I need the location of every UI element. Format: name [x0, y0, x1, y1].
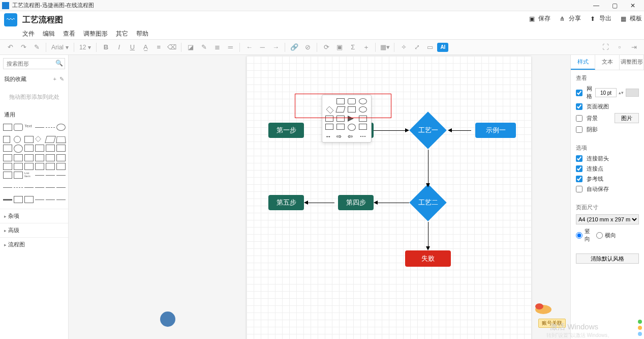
shape-arrow-r[interactable] — [35, 154, 44, 161]
shape-conn1[interactable] — [35, 200, 44, 207]
node-example1[interactable]: 示例一 — [475, 123, 516, 138]
search-icon[interactable]: 🔍 — [55, 60, 63, 67]
save-button[interactable]: ▣保存 — [529, 14, 550, 23]
link-button[interactable]: 🔗 — [288, 41, 300, 53]
grid-size-input[interactable] — [595, 88, 617, 97]
shape-ellipse[interactable] — [56, 124, 66, 131]
conn-arrow-checkbox[interactable] — [576, 155, 582, 162]
conn-point-checkbox[interactable] — [576, 165, 582, 172]
bg-image-button[interactable]: 图片 — [615, 113, 639, 123]
formula-button[interactable]: Σ — [347, 41, 359, 53]
shape-arc[interactable] — [56, 163, 66, 170]
linewidth-button[interactable]: ═ — [224, 41, 236, 53]
tab-text[interactable]: 文本 — [595, 55, 620, 70]
autosave-checkbox[interactable] — [576, 186, 582, 192]
shape-arrow1[interactable] — [35, 175, 44, 182]
shape-arrow3[interactable] — [56, 175, 66, 182]
shape-rect[interactable] — [3, 124, 12, 131]
grid-checkbox[interactable] — [576, 90, 582, 96]
image-button[interactable]: ▣ — [333, 41, 346, 53]
popup-shape-tri[interactable] — [348, 116, 354, 122]
assistant-avatar-icon[interactable] — [160, 312, 175, 327]
shape-arrow2[interactable] — [46, 175, 55, 182]
shape-brack[interactable] — [24, 196, 34, 203]
close-button[interactable]: ✕ — [624, 0, 642, 11]
redo-button[interactable]: ↷ — [17, 41, 29, 53]
fullscreen-button[interactable]: ⛶ — [599, 41, 611, 53]
popup-shape-wave[interactable] — [325, 124, 333, 130]
menu-edit[interactable]: 编辑 — [43, 30, 55, 38]
fontsize-select[interactable]: 12 ▾ — [77, 42, 93, 53]
magic-button[interactable]: ✧ — [397, 41, 410, 53]
fontcolor-button[interactable]: A̲ — [139, 41, 151, 53]
menu-other[interactable]: 其它 — [116, 30, 128, 38]
popup-shape-diamond[interactable] — [326, 106, 334, 114]
grid-color-swatch[interactable] — [626, 89, 639, 97]
template-button[interactable]: ▦模板 — [621, 14, 642, 23]
clear-format-button[interactable]: ⌫ — [166, 41, 178, 53]
promo-icon[interactable] — [532, 299, 553, 315]
node-fail[interactable]: 失败 — [405, 250, 451, 267]
ai-button[interactable]: AI — [437, 43, 448, 52]
shape-frame[interactable] — [3, 154, 12, 161]
node-proc2[interactable]: 工艺二 — [409, 184, 447, 221]
format-paint-button[interactable]: ✎ — [30, 41, 43, 53]
italic-button[interactable]: I — [113, 41, 125, 53]
shape-folder[interactable] — [14, 163, 23, 170]
share-button[interactable]: ⋔分享 — [560, 14, 581, 23]
font-select[interactable]: Arial ▾ — [49, 42, 71, 53]
shape-round-rect[interactable] — [14, 124, 23, 131]
shape-list[interactable] — [14, 172, 23, 179]
shape-circle[interactable] — [14, 136, 21, 143]
node-step5[interactable]: 第五步 — [268, 195, 304, 210]
cat-misc[interactable]: 杂项 — [0, 209, 68, 223]
shape-brace[interactable] — [14, 196, 23, 203]
shape-hex[interactable] — [3, 145, 12, 152]
edit-fav-icon[interactable]: ✎ — [59, 76, 64, 82]
shape-diamond[interactable] — [35, 136, 41, 142]
connector-button[interactable]: ─ — [256, 41, 268, 53]
popup-shape-trap[interactable] — [348, 106, 356, 112]
tab-adjust[interactable]: 调整图形 — [620, 55, 644, 70]
fit-button[interactable]: ⤢ — [411, 41, 423, 53]
pagesize-select[interactable]: A4 (210 mm x 297 mm) — [576, 214, 639, 224]
shape-thick[interactable] — [3, 199, 12, 206]
collapse-right-button[interactable]: ▫ — [614, 41, 626, 53]
add-fav-icon[interactable]: + — [53, 76, 56, 82]
pageview-checkbox[interactable] — [576, 103, 582, 110]
favorites-header[interactable]: 我的收藏 +✎ — [0, 72, 68, 86]
portrait-radio[interactable] — [576, 232, 582, 239]
popup-shape-none[interactable] — [325, 98, 333, 104]
general-header[interactable]: 通用 — [0, 108, 68, 122]
shape-tag[interactable] — [46, 145, 55, 152]
layers-button[interactable]: ▭ — [424, 41, 436, 53]
popup-shape-step[interactable] — [336, 124, 345, 130]
node-step1[interactable]: 第一步 — [268, 123, 304, 138]
shadow-checkbox[interactable] — [576, 126, 582, 133]
popup-arrow-lr[interactable]: ↔ — [325, 133, 333, 139]
shape-conn2[interactable] — [46, 200, 55, 207]
guide-checkbox[interactable] — [576, 176, 582, 182]
minimize-button[interactable]: — — [587, 0, 605, 11]
table-button[interactable]: ▦▾ — [379, 41, 391, 53]
popup-shape-cyl[interactable] — [348, 124, 356, 131]
shape-sq[interactable] — [3, 136, 10, 143]
unlink-button[interactable]: ⊘ — [301, 41, 314, 53]
shape-flag[interactable] — [56, 145, 66, 152]
shape-cyl[interactable] — [14, 145, 23, 153]
cat-flowchart[interactable]: 流程图 — [0, 237, 68, 251]
canvas[interactable]: 第一步 工艺一 示例一 第五步 第四步 工艺二 失败 — [69, 55, 570, 339]
tab-style[interactable]: 样式 — [571, 55, 595, 70]
popup-shape-rect[interactable] — [336, 98, 345, 104]
popup-arrow-r[interactable]: ⇨ — [336, 133, 345, 139]
popup-shape-ell[interactable] — [359, 98, 367, 104]
fillcolor-button[interactable]: ◪ — [185, 41, 197, 53]
shape-callout[interactable] — [46, 154, 55, 161]
arrow-end-button[interactable]: → — [269, 41, 282, 53]
bold-button[interactable]: B — [100, 41, 112, 53]
shape-person[interactable] — [24, 163, 34, 170]
shape-solid[interactable] — [3, 187, 12, 194]
expand-button[interactable]: ⇥ — [628, 41, 640, 53]
shape-half[interactable] — [46, 163, 55, 170]
underline-button[interactable]: U — [126, 41, 138, 53]
